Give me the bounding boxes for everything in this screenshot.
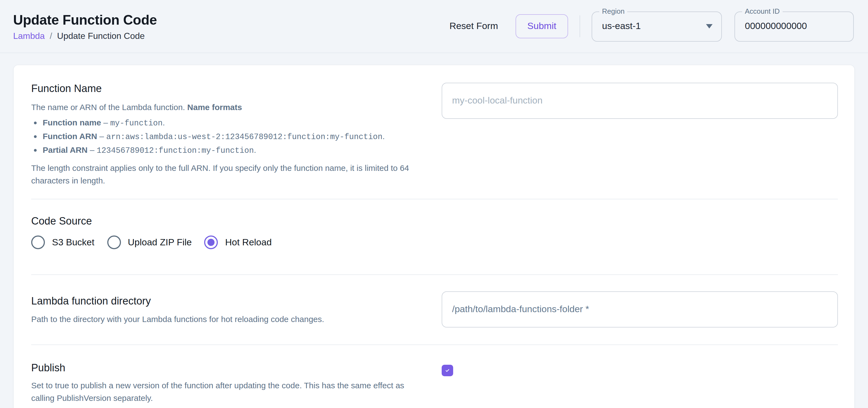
chevron-down-icon (706, 24, 713, 28)
app-root: Update Function Code Lambda / Update Fun… (0, 0, 868, 408)
code-source-radio-group: S3 Bucket Upload ZIP File Hot Reload (31, 235, 838, 249)
radio-label: Upload ZIP File (128, 237, 192, 248)
header-title-block: Update Function Code Lambda / Update Fun… (13, 12, 157, 41)
list-item: Partial ARN – 123456789012:function:my-f… (43, 144, 417, 156)
breadcrumb-current: Update Function Code (57, 31, 145, 41)
section-function-name: Function Name The name or ARN of the Lam… (31, 65, 838, 187)
section-directory: Lambda function directory Path to the di… (31, 275, 838, 327)
reset-form-button[interactable]: Reset Form (444, 17, 503, 36)
breadcrumb-lambda-link[interactable]: Lambda (13, 31, 45, 41)
directory-input[interactable] (442, 291, 838, 327)
radio-hot-reload[interactable]: Hot Reload (205, 235, 272, 249)
radio-s3-bucket[interactable]: S3 Bucket (31, 235, 94, 249)
function-name-desc-prefix: The name or ARN of the Lambda function. (31, 103, 187, 112)
function-name-note: The length constraint applies only to th… (31, 161, 417, 187)
account-id-input[interactable] (735, 12, 853, 41)
list-item: Function ARN – arn:aws:lambda:us-west-2:… (43, 130, 417, 143)
breadcrumb-separator: / (50, 31, 52, 41)
region-value: us-east-1 (602, 21, 641, 32)
section-code-source: Code Source S3 Bucket Upload ZIP File Ho… (31, 199, 838, 274)
radio-circle-icon (31, 235, 45, 249)
form-card: Function Name The name or ARN of the Lam… (13, 65, 855, 408)
radio-label: Hot Reload (225, 237, 272, 248)
function-name-text-block: Function Name The name or ARN of the Lam… (31, 83, 417, 187)
checkmark-icon (445, 367, 450, 375)
publish-description: Set to true to publish a new version of … (31, 380, 409, 404)
header-vertical-divider (580, 15, 580, 37)
publish-heading: Publish (31, 362, 417, 374)
publish-text-block: Publish Set to true to publish a new ver… (31, 362, 417, 404)
radio-selected-icon (205, 235, 218, 249)
function-name-input-block (442, 83, 838, 187)
function-name-input[interactable] (442, 83, 838, 119)
page-title: Update Function Code (13, 12, 157, 28)
page-header: Update Function Code Lambda / Update Fun… (0, 0, 868, 53)
radio-label: S3 Bucket (52, 237, 94, 248)
account-id-field: Account ID (735, 11, 854, 41)
list-item: Function name – my-function. (43, 116, 417, 129)
breadcrumb: Lambda / Update Function Code (13, 31, 157, 41)
code-source-heading: Code Source (31, 215, 838, 227)
publish-checkbox[interactable] (442, 365, 453, 376)
function-name-heading: Function Name (31, 83, 417, 95)
section-publish: Publish Set to true to publish a new ver… (31, 345, 838, 404)
radio-upload-zip-file[interactable]: Upload ZIP File (107, 235, 192, 249)
directory-input-block (442, 291, 838, 327)
submit-button[interactable]: Submit (516, 14, 568, 38)
function-name-desc-bold: Name formats (187, 103, 242, 112)
radio-circle-icon (107, 235, 121, 249)
main-content: Function Name The name or ARN of the Lam… (0, 53, 868, 408)
account-id-label: Account ID (742, 7, 782, 14)
name-format-list: Function name – my-function. Function AR… (31, 116, 417, 156)
radio-dot (208, 239, 215, 246)
region-label: Region (599, 7, 627, 14)
directory-heading: Lambda function directory (31, 295, 417, 307)
directory-text-block: Lambda function directory Path to the di… (31, 291, 417, 327)
function-name-description: The name or ARN of the Lambda function. … (31, 101, 417, 114)
publish-checkbox-block (442, 362, 838, 404)
region-select[interactable]: Region us-east-1 (592, 11, 722, 41)
directory-description: Path to the directory with your Lambda f… (31, 313, 417, 326)
header-actions: Reset Form Submit Region us-east-1 Accou… (444, 11, 854, 41)
